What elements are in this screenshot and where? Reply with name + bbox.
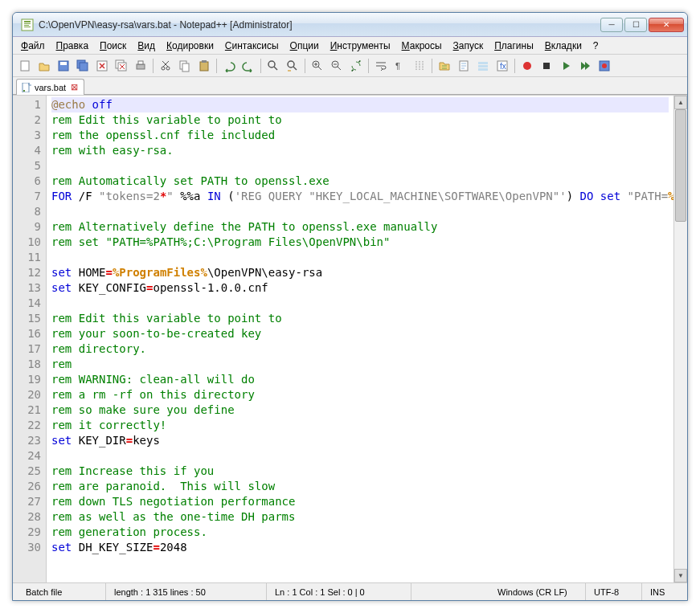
code-line[interactable]: rem so make sure you define bbox=[51, 403, 669, 418]
play-multiple-button[interactable] bbox=[576, 57, 594, 75]
code-line[interactable]: rem Automatically set PATH to openssl.ex… bbox=[51, 174, 669, 189]
menu-опции[interactable]: Опции bbox=[285, 39, 324, 53]
paste-button[interactable] bbox=[195, 57, 213, 75]
doc-list-button[interactable] bbox=[474, 57, 492, 75]
line-number: 3 bbox=[14, 128, 41, 143]
undo-icon bbox=[223, 59, 235, 72]
titlebar[interactable]: C:\OpenVPN\easy-rsa\vars.bat - Notepad++… bbox=[13, 13, 687, 37]
toolbar-separator bbox=[216, 59, 217, 73]
zoom-out-button[interactable] bbox=[328, 57, 346, 75]
cut-button[interactable] bbox=[157, 57, 174, 75]
print-button[interactable] bbox=[132, 57, 149, 75]
code-editor[interactable]: @echo offrem Edit this variable to point… bbox=[47, 96, 673, 582]
line-number: 5 bbox=[14, 158, 41, 174]
code-line[interactable]: set DH_KEY_SIZE=2048 bbox=[51, 540, 669, 555]
code-line[interactable]: rem Edit this variable to point to bbox=[51, 311, 669, 326]
show-all-chars-button[interactable]: ¶ bbox=[391, 57, 409, 75]
toolbar-separator bbox=[432, 59, 432, 73]
scroll-up-button[interactable]: ▲ bbox=[674, 96, 687, 109]
zoom-in-button[interactable] bbox=[309, 57, 326, 75]
code-line[interactable]: rem directory. bbox=[51, 341, 669, 357]
scroll-thumb[interactable] bbox=[675, 109, 686, 222]
code-line[interactable]: rem your soon-to-be-created key bbox=[51, 326, 669, 341]
code-line[interactable] bbox=[51, 204, 669, 219]
status-mode: INS bbox=[642, 583, 682, 600]
open-file-button[interactable] bbox=[35, 57, 53, 75]
menu-плагины[interactable]: Плагины bbox=[489, 39, 538, 53]
folder-as-workspace-button[interactable] bbox=[436, 57, 453, 75]
menu-инструменты[interactable]: Инструменты bbox=[325, 39, 395, 53]
tab-label: vars.bat bbox=[35, 83, 66, 92]
toolbar-separator bbox=[514, 59, 515, 73]
svg-text:¶: ¶ bbox=[395, 61, 400, 71]
scroll-down-button[interactable]: ▼ bbox=[674, 569, 687, 582]
code-line[interactable]: rem as well as the one-time DH parms bbox=[51, 509, 669, 525]
code-line[interactable]: rem down TLS negotiation performance bbox=[51, 494, 669, 509]
undo-button[interactable] bbox=[220, 57, 238, 75]
menu-синтаксисы[interactable]: Синтаксисы bbox=[220, 39, 284, 53]
code-line[interactable]: rem Alternatively define the PATH to ope… bbox=[51, 219, 669, 235]
close-button[interactable]: ✕ bbox=[649, 18, 684, 32]
redo-button[interactable] bbox=[239, 57, 257, 75]
folder-as-workspace-icon bbox=[438, 59, 451, 72]
vertical-scrollbar[interactable]: ▲ ▼ bbox=[673, 96, 687, 582]
copy-button[interactable] bbox=[176, 57, 194, 75]
code-line[interactable]: @echo off bbox=[51, 97, 669, 112]
doc-map-button[interactable] bbox=[455, 57, 473, 75]
save-all-button[interactable] bbox=[74, 57, 92, 75]
code-line[interactable]: rem bbox=[51, 357, 669, 372]
code-line[interactable] bbox=[51, 250, 669, 265]
code-line[interactable]: rem Increase this if you bbox=[51, 464, 669, 479]
find-button[interactable] bbox=[264, 57, 282, 75]
code-line[interactable]: set HOME=%ProgramFiles%\OpenVPN\easy-rsa bbox=[51, 265, 669, 280]
code-line[interactable] bbox=[51, 296, 669, 311]
code-line[interactable]: FOR /F "tokens=2*" %%a IN ('REG QUERY "H… bbox=[51, 189, 669, 204]
maximize-button[interactable]: ☐ bbox=[624, 18, 647, 32]
stop-macro-button[interactable] bbox=[538, 57, 555, 75]
line-number: 20 bbox=[14, 387, 41, 403]
minimize-button[interactable]: ─ bbox=[600, 18, 623, 32]
menu-файл[interactable]: Файл bbox=[16, 39, 50, 53]
code-line[interactable]: rem set "PATH=%PATH%;C:\Program Files\Op… bbox=[51, 235, 669, 250]
save-file-button[interactable] bbox=[55, 57, 72, 75]
menu-вкладки[interactable]: Вкладки bbox=[540, 39, 587, 53]
record-macro-button[interactable] bbox=[518, 57, 536, 75]
replace-button[interactable] bbox=[284, 57, 301, 75]
function-list-button[interactable]: fx bbox=[493, 57, 511, 75]
save-macro-button[interactable] bbox=[596, 57, 613, 75]
code-line[interactable]: rem with easy-rsa. bbox=[51, 143, 669, 158]
menu-вид[interactable]: Вид bbox=[133, 39, 160, 53]
sync-button[interactable] bbox=[347, 57, 365, 75]
print-icon bbox=[134, 59, 147, 72]
code-line[interactable]: rem generation process. bbox=[51, 525, 669, 540]
menu-?[interactable]: ? bbox=[588, 39, 604, 53]
menu-макросы[interactable]: Макросы bbox=[397, 39, 447, 53]
app-icon bbox=[21, 18, 34, 31]
code-line[interactable] bbox=[51, 448, 669, 464]
code-line[interactable] bbox=[51, 158, 669, 174]
tab-close-button[interactable]: ⊠ bbox=[69, 83, 79, 92]
code-line[interactable]: rem Edit this variable to point to bbox=[51, 112, 669, 128]
menu-правка[interactable]: Правка bbox=[51, 39, 94, 53]
line-number: 8 bbox=[14, 204, 41, 219]
code-line[interactable]: rem the openssl.cnf file included bbox=[51, 128, 669, 143]
stop-macro-icon bbox=[540, 59, 553, 72]
menu-запуск[interactable]: Запуск bbox=[448, 39, 489, 53]
menu-кодировки[interactable]: Кодировки bbox=[162, 39, 219, 53]
code-line[interactable]: set KEY_CONFIG=openssl-1.0.0.cnf bbox=[51, 280, 669, 296]
tab-vars-bat[interactable]: vars.bat ⊠ bbox=[16, 79, 84, 95]
close-all-button[interactable] bbox=[113, 57, 130, 75]
play-macro-button[interactable] bbox=[557, 57, 575, 75]
new-file-button[interactable] bbox=[16, 57, 34, 75]
code-line[interactable]: set KEY_DIR=keys bbox=[51, 433, 669, 448]
close-file-button[interactable] bbox=[93, 57, 111, 75]
code-line[interactable]: rem WARNING: clean-all will do bbox=[51, 372, 669, 387]
indent-guide-button[interactable] bbox=[411, 57, 428, 75]
menu-поиск[interactable]: Поиск bbox=[95, 39, 131, 53]
line-number: 21 bbox=[14, 403, 41, 418]
code-line[interactable]: rem are paranoid. This will slow bbox=[51, 479, 669, 494]
word-wrap-button[interactable] bbox=[372, 57, 390, 75]
new-file-icon bbox=[18, 59, 31, 72]
code-line[interactable]: rem a rm -rf on this directory bbox=[51, 387, 669, 403]
code-line[interactable]: rem it correctly! bbox=[51, 418, 669, 433]
